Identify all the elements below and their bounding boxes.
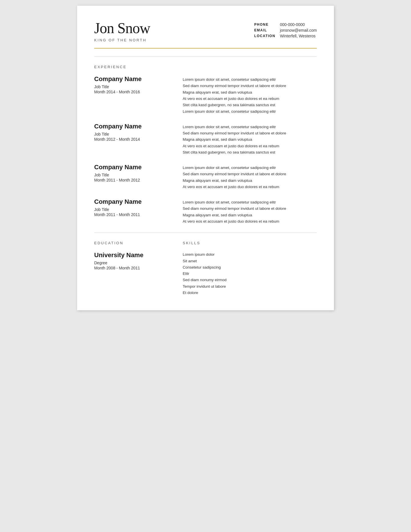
exp-left: Company NameJob TitleMonth 2011 - Month … [94, 198, 183, 225]
exp-desc-line: Lorem ipsum dolor sit amet, consetetur s… [183, 108, 317, 115]
exp-description: Lorem ipsum dolor sit amet, consetetur s… [183, 164, 317, 190]
job-title: Job Title [94, 84, 183, 89]
university-name: University Name [94, 251, 183, 259]
phone-label: PHONE [254, 23, 275, 27]
skills-section: SKILLS Lorem ipsum dolorSit ametConsetet… [183, 241, 317, 296]
exp-desc-line: Lorem ipsum dolor sit amet, consetetur s… [183, 76, 317, 83]
job-title: Job Title [94, 207, 183, 212]
company-name: Company Name [94, 123, 183, 130]
exp-description: Lorem ipsum dolor sit amet, consetetur s… [183, 198, 317, 225]
degree: Degree [94, 261, 183, 265]
exp-desc-line: Lorem ipsum dolor sit amet, consetetur s… [183, 124, 317, 130]
exp-left: Company NameJob TitleMonth 2011 - Month … [94, 164, 183, 190]
exp-left: Company NameJob TitleMonth 2012 - Month … [94, 123, 183, 156]
edu-dates: Month 2008 - Month 2011 [94, 266, 183, 270]
skill-item: Sit amet [183, 258, 317, 264]
skill-item: Et dolore [183, 290, 317, 296]
exp-desc-line: Stet clita kasd gubergren, no sea takima… [183, 149, 317, 156]
company-name: Company Name [94, 198, 183, 205]
candidate-name: Jon Snow [94, 20, 150, 36]
experience-section: EXPERIENCE Company NameJob TitleMonth 20… [94, 65, 317, 225]
exp-desc-line: Lorem ipsum dolor sit amet, consetetur s… [183, 199, 317, 205]
job-title: Job Title [94, 132, 183, 136]
exp-left: Company NameJob TitleMonth 2014 - Month … [94, 75, 183, 115]
exp-description: Lorem ipsum dolor sit amet, consetetur s… [183, 75, 317, 115]
location-label: LOCATION [254, 34, 275, 38]
skill-item: Sed diam nonumy eirmod [183, 277, 317, 283]
experience-section-title: EXPERIENCE [94, 65, 317, 69]
email-label: EMAIL [254, 28, 275, 32]
exp-desc-line: At vero eos et accusam et justo duo dolo… [183, 184, 317, 190]
company-name: Company Name [94, 75, 183, 83]
date-range: Month 2014 - Month 2016 [94, 90, 183, 94]
exp-desc-line: Sed diam nonumy eirmod tempor invidunt u… [183, 130, 317, 136]
exp-desc-line: At vero eos et accusam et justo duo dolo… [183, 218, 317, 225]
job-title: Job Title [94, 173, 183, 177]
phone-value: 000-000-0000 [280, 22, 317, 27]
candidate-subtitle: KING OF THE NORTH [94, 38, 150, 42]
exp-desc-line: Stet clita kasd gubergren, no sea takima… [183, 102, 317, 108]
skill-item: Tempor invidunt ut labore [183, 283, 317, 290]
company-name: Company Name [94, 164, 183, 171]
education-section: EDUCATION University Name Degree Month 2… [94, 241, 183, 296]
exp-description: Lorem ipsum dolor sit amet, consetetur s… [183, 123, 317, 156]
skill-item: Lorem ipsum dolor [183, 251, 317, 258]
exp-desc-line: At vero eos et accusam et justo duo dolo… [183, 96, 317, 102]
exp-desc-line: Magna aliquyam erat, sed diam voluptua [183, 89, 317, 96]
exp-desc-line: At vero eos et accusam et justo duo dolo… [183, 143, 317, 149]
skill-item: Consetetur sadipscing [183, 264, 317, 271]
date-range: Month 2011 - Month 2011 [94, 212, 183, 217]
exp-desc-line: Magna aliquyam erat, sed diam voluptua [183, 212, 317, 218]
header-section: Jon Snow KING OF THE NORTH PHONE 000-000… [94, 20, 317, 49]
date-range: Month 2011 - Month 2012 [94, 178, 183, 182]
header-divider [94, 57, 317, 57]
resume-document: Jon Snow KING OF THE NORTH PHONE 000-000… [77, 6, 334, 310]
bottom-section: EDUCATION University Name Degree Month 2… [94, 241, 317, 296]
experience-item: Company NameJob TitleMonth 2012 - Month … [94, 123, 317, 156]
experience-item: Company NameJob TitleMonth 2011 - Month … [94, 198, 317, 225]
header-left: Jon Snow KING OF THE NORTH [94, 20, 150, 42]
exp-desc-line: Magna aliquyam erat, sed diam voluptua [183, 178, 317, 184]
experience-item: Company NameJob TitleMonth 2011 - Month … [94, 164, 317, 190]
exp-desc-line: Lorem ipsum dolor sit amet, consetetur s… [183, 165, 317, 171]
exp-desc-line: Magna aliquyam erat, sed diam voluptua [183, 136, 317, 143]
date-range: Month 2012 - Month 2014 [94, 137, 183, 142]
exp-desc-line: Sed diam nonumy eirmod tempor invidunt u… [183, 205, 317, 212]
skills-section-title: SKILLS [183, 241, 317, 245]
email-value: jonsnow@email.com [280, 28, 317, 33]
experience-item: Company NameJob TitleMonth 2014 - Month … [94, 75, 317, 115]
education-section-title: EDUCATION [94, 241, 183, 245]
exp-desc-line: Sed diam nonumy eirmod tempor invidunt u… [183, 171, 317, 177]
location-value: Winterfell, Westeros [280, 34, 317, 38]
bottom-divider [94, 233, 317, 233]
skill-item: Elitr [183, 271, 317, 277]
exp-desc-line: Sed diam nonumy eirmod tempor invidunt u… [183, 83, 317, 89]
contact-info: PHONE 000-000-0000 EMAIL jonsnow@email.c… [254, 22, 317, 38]
